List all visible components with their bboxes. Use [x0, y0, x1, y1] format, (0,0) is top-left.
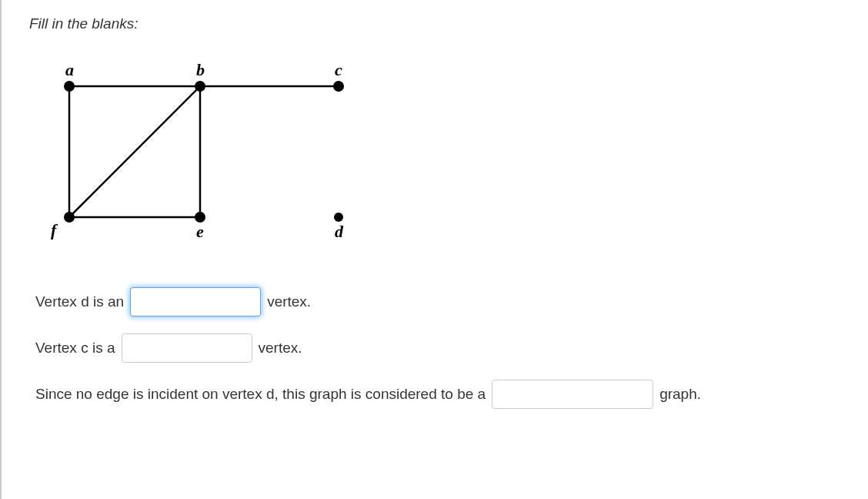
q2-input[interactable]	[122, 333, 252, 363]
vertex-label-b: b	[196, 60, 205, 79]
graph-figure: a b c e f d	[38, 55, 377, 256]
q3-post-text: graph.	[659, 379, 701, 410]
vertex-f	[64, 212, 75, 223]
q3-pre-text: Since no edge is incident on vertex d, t…	[35, 379, 486, 410]
q2-post-text: vertex.	[259, 333, 302, 363]
q1-post-text: vertex.	[267, 286, 311, 317]
vertex-label-c: c	[335, 60, 342, 79]
edge-f-b	[69, 86, 200, 217]
question-1: Vertex d is an vertex.	[35, 286, 853, 317]
instruction-text: Fill in the blanks:	[29, 15, 853, 32]
q2-pre-text: Vertex c is a	[35, 333, 115, 363]
vertex-label-f: f	[51, 220, 58, 239]
vertex-label-d: d	[335, 222, 344, 241]
vertex-label-a: a	[65, 60, 74, 79]
question-2: Vertex c is a vertex.	[35, 333, 853, 363]
vertex-c	[333, 81, 344, 92]
vertex-a	[64, 81, 75, 92]
vertex-e	[195, 212, 205, 223]
vertex-d	[334, 213, 343, 222]
q1-pre-text: Vertex d is an	[35, 286, 124, 317]
vertex-label-e: e	[196, 222, 204, 241]
q1-input[interactable]	[130, 287, 261, 316]
question-3: Since no edge is incident on vertex d, t…	[35, 379, 853, 410]
vertex-b	[195, 81, 205, 92]
q3-input[interactable]	[492, 380, 653, 409]
